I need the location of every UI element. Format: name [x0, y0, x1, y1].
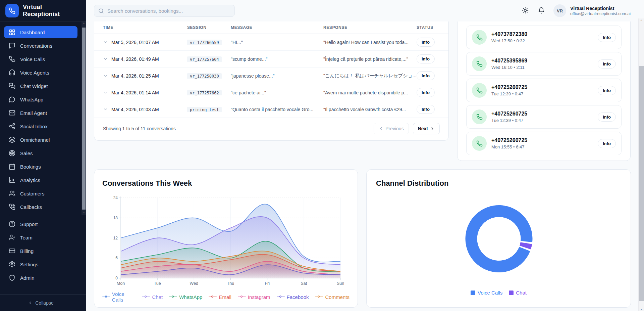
message-circle-icon: [9, 96, 15, 103]
phone-call-icon: [472, 30, 487, 45]
sidebar-item-label: Conversations: [20, 43, 52, 49]
sidebar-item-label: Sales: [20, 150, 33, 156]
scroll-down-icon[interactable]: ⌄: [82, 210, 86, 214]
notifications-button[interactable]: [537, 7, 545, 15]
share-icon: [9, 123, 15, 130]
info-button[interactable]: Info: [598, 139, 616, 148]
call-meta: Mon 15:55 • 6:47: [491, 144, 527, 149]
legend-item[interactable]: Comments: [315, 294, 350, 300]
table-row[interactable]: Mar 4, 2026, 01:25 AM vr_177258030 "japa…: [94, 68, 448, 84]
legend-item[interactable]: Voice Calls: [102, 291, 136, 303]
search-box[interactable]: [94, 5, 235, 17]
sidebar-item-omnichannel[interactable]: Omnichannel: [4, 134, 77, 146]
credit-card-icon: [9, 248, 15, 254]
sidebar-item-email-agent[interactable]: Email Agent: [4, 107, 77, 119]
chevron-down-icon[interactable]: [103, 73, 108, 78]
phone-callback-icon: [9, 204, 15, 210]
sidebar-item-sales[interactable]: Sales: [4, 147, 77, 159]
info-button[interactable]: Info: [417, 105, 435, 114]
sidebar-item-bookings[interactable]: Bookings: [4, 161, 77, 173]
sidebar-item-voice-calls[interactable]: Voice Calls: [4, 53, 77, 65]
info-button[interactable]: Info: [598, 113, 616, 122]
table-row[interactable]: Mar 5, 2026, 01:07 AM vr_177266559 "HI..…: [94, 34, 448, 51]
sidebar-item-whatsapp[interactable]: WhatsApp: [4, 93, 77, 105]
sun-icon: [522, 7, 529, 14]
call-number: +40725260725: [491, 111, 527, 117]
legend-item[interactable]: Facebook: [277, 294, 309, 300]
sidebar-item-label: Bookings: [20, 164, 41, 170]
legend-marker-icon: [238, 295, 246, 299]
page-scrollbar[interactable]: ⌃ ⌄: [638, 18, 644, 311]
next-button[interactable]: Next: [413, 123, 440, 134]
legend-item[interactable]: Chat: [142, 294, 163, 300]
call-list-item[interactable]: +40725260725Tue 12:39 • 0:47 Info: [466, 105, 622, 129]
legend-swatch-icon: [471, 291, 475, 295]
info-button[interactable]: Info: [417, 71, 435, 80]
chevron-down-icon[interactable]: [103, 107, 108, 112]
legend-item[interactable]: Chat: [509, 290, 527, 296]
info-button[interactable]: Info: [417, 38, 435, 47]
pagination: Showing 1 to 5 of 11 conversations Previ…: [94, 118, 448, 140]
legend-marker-icon: [209, 295, 217, 299]
sidebar-item-chat-widget[interactable]: Chat Widget: [4, 80, 77, 92]
table-row[interactable]: Mar 4, 2026, 01:03 AM pricing_test "Quan…: [94, 101, 448, 118]
phone-call-icon: [472, 56, 487, 71]
info-button[interactable]: Info: [598, 33, 616, 42]
sidebar-item-billing[interactable]: Billing: [4, 245, 77, 257]
table-row[interactable]: Mar 4, 2026, 01:14 AM vr_177257662 "ce p…: [94, 84, 448, 101]
svg-text:24: 24: [113, 195, 118, 200]
session-badge: vr_177258030: [187, 73, 222, 79]
sidebar-item-conversations[interactable]: Conversations: [4, 40, 77, 52]
info-button[interactable]: Info: [417, 54, 435, 63]
search-icon: [98, 8, 104, 14]
page-scrollbar-thumb[interactable]: [639, 66, 644, 301]
sidebar-scrollbar-thumb[interactable]: [82, 28, 86, 210]
info-button[interactable]: Info: [417, 88, 435, 97]
sidebar-item-dashboard[interactable]: Dashboard: [4, 26, 77, 38]
svg-text:18: 18: [113, 216, 118, 220]
sidebar-item-team[interactable]: Team: [4, 231, 77, 243]
layers-icon: [9, 136, 15, 143]
theme-toggle-button[interactable]: [521, 7, 529, 15]
chart-title: Conversations This Week: [102, 179, 350, 188]
scroll-up-icon[interactable]: ⌃: [639, 19, 644, 23]
scroll-down-icon[interactable]: ⌄: [639, 307, 644, 310]
sidebar-scrollbar[interactable]: ⌃ ⌄: [82, 21, 86, 215]
call-meta: Tue 12:39 • 0:47: [491, 118, 527, 123]
response-cell: "Înțeleg că prețurile pot părea ridicate…: [323, 56, 417, 62]
sidebar-item-admin[interactable]: Admin: [4, 272, 77, 284]
table-row[interactable]: Mar 4, 2026, 01:49 AM vr_177257604 "scum…: [94, 51, 448, 68]
sidebar-item-support[interactable]: Support: [4, 218, 77, 230]
chevron-down-icon[interactable]: [103, 90, 108, 95]
info-button[interactable]: Info: [598, 59, 616, 69]
chevron-down-icon[interactable]: [103, 56, 108, 61]
scroll-up-icon[interactable]: ⌃: [82, 22, 86, 26]
sidebar-item-voice-agents[interactable]: Voice Agents: [4, 66, 77, 79]
user-menu[interactable]: VR Virtual Receptionist office@virtualre…: [553, 4, 631, 17]
call-list-item[interactable]: +40725395869Wed 16:10 • 2:11 Info: [466, 52, 622, 76]
previous-button[interactable]: Previous: [374, 123, 409, 134]
call-list-item[interactable]: +40725260725Tue 12:39 • 0:47 Info: [466, 79, 622, 102]
shield-icon: [9, 274, 15, 281]
svg-text:Thu: Thu: [227, 281, 234, 286]
collapse-button[interactable]: Collapse: [28, 300, 53, 306]
sidebar-item-callbacks[interactable]: Callbacks: [4, 201, 77, 213]
call-list-item[interactable]: +40737872380Wed 17:50 • 0:32 Info: [466, 26, 622, 49]
legend-item[interactable]: Voice Calls: [471, 290, 502, 296]
chevron-down-icon[interactable]: [103, 40, 108, 45]
recent-calls-panel: +40737872380Wed 17:50 • 0:32 Info +40725…: [457, 21, 631, 161]
legend-item[interactable]: Instagram: [238, 294, 270, 300]
sidebar-item-social-inbox[interactable]: Social Inbox: [4, 120, 77, 132]
conversations-week-chart-card: Conversations This Week 06121824MonTueWe…: [94, 169, 358, 308]
sidebar-item-label: Chat Widget: [20, 83, 48, 89]
session-badge: vr_177266559: [187, 40, 222, 45]
sidebar-item-analytics[interactable]: Analytics: [4, 174, 77, 186]
phone-call-icon: [472, 109, 487, 124]
legend-item[interactable]: WhatsApp: [169, 294, 202, 300]
legend-item[interactable]: Email: [209, 294, 231, 300]
search-input[interactable]: [107, 8, 230, 14]
info-button[interactable]: Info: [598, 86, 616, 95]
sidebar-item-settings[interactable]: Settings: [4, 258, 77, 270]
sidebar-item-customers[interactable]: Customers: [4, 187, 77, 199]
call-list-item[interactable]: +40725260725Mon 15:55 • 6:47 Info: [466, 132, 622, 155]
